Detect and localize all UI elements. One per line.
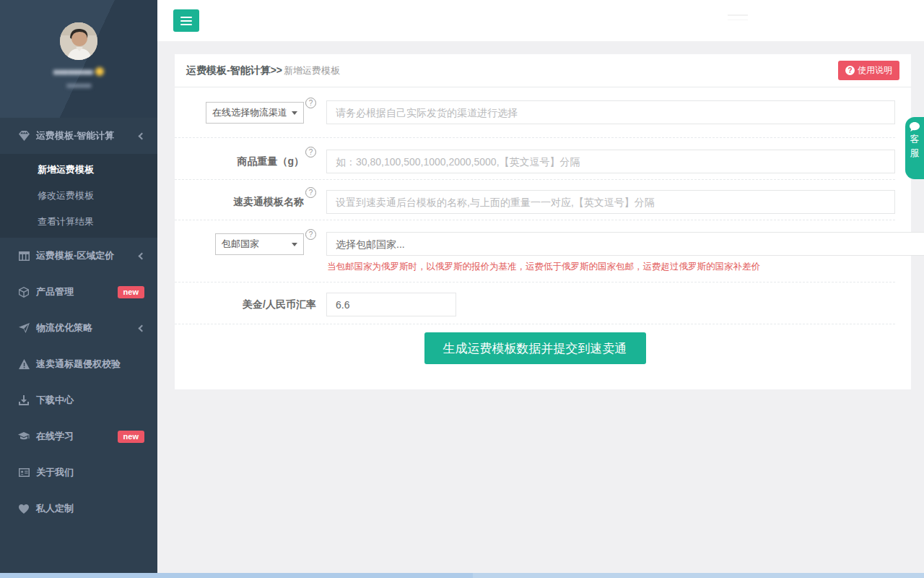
breadcrumb-current: 新增运费模板 <box>284 64 340 77</box>
graduation-cap-icon <box>18 431 30 442</box>
horizontal-scrollbar[interactable] <box>0 573 924 578</box>
cube-icon <box>18 286 30 298</box>
profile-name-text: ■■■■■■■■ <box>53 66 93 77</box>
sidebar-item-download-center[interactable]: 下载中心 <box>0 382 157 418</box>
exchange-rate-input[interactable] <box>326 293 456 316</box>
sidebar-item-about-us[interactable]: 关于我们 <box>0 454 157 491</box>
free-country-select[interactable]: 包邮国家 <box>215 233 304 255</box>
sidebar-item-regional-pricing[interactable]: 运费模板-区域定价 <box>0 238 157 274</box>
customer-service-tab[interactable]: 客 服 <box>905 117 924 179</box>
scrollbar-thumb[interactable] <box>0 573 473 578</box>
sidebar-item-label: 关于我们 <box>36 466 74 479</box>
new-badge: new <box>118 286 144 298</box>
channel-select-value: 在线选择物流渠道 <box>212 106 287 119</box>
weight-input[interactable] <box>326 150 895 173</box>
heart-icon <box>18 503 30 514</box>
card-header: 运费模板-智能计算>> 新增运费模板 使用说明 <box>175 54 911 87</box>
submit-row: 生成运费模板数据并提交到速卖通 <box>175 332 895 364</box>
profile-emoji-icon <box>95 67 104 76</box>
sidebar-item-label: 产品管理 <box>36 285 74 298</box>
plane-icon <box>18 322 30 334</box>
id-card-icon <box>18 467 30 478</box>
table-icon <box>18 250 30 262</box>
hamburger-icon <box>180 17 192 18</box>
help-icon[interactable] <box>305 187 316 198</box>
sidebar-item-label: 私人定制 <box>36 502 74 515</box>
sidebar-item-product-management[interactable]: 产品管理 new <box>0 274 157 310</box>
chevron-left-icon <box>139 132 146 139</box>
chevron-left-icon <box>139 324 146 332</box>
template-name-label: 速卖通模板名称 <box>233 190 304 214</box>
usage-instructions-label: 使用说明 <box>858 64 892 77</box>
caret-down-icon <box>292 111 297 115</box>
new-badge: new <box>118 431 144 443</box>
sidebar: ■■■■■■■■ ■■■■■■ 运费模板-智能计算 新增运费模板 修改运费模板 … <box>0 0 157 573</box>
sidebar-menu: 运费模板-智能计算 新增运费模板 修改运费模板 查看计算结果 运费模板-区域定价… <box>0 118 157 527</box>
sidebar-item-label: 运费模板-区域定价 <box>36 249 114 262</box>
form-row-weight: 商品重量（g） <box>175 138 895 180</box>
profile-subtitle-masked: ■■■■■■ <box>0 81 157 90</box>
exchange-rate-label: 美金/人民币汇率 <box>243 293 316 316</box>
card-body: 在线选择物流渠道 商品重量（g） <box>175 87 911 389</box>
gem-icon <box>18 130 30 142</box>
sidebar-item-private-customization[interactable]: 私人定制 <box>0 491 157 527</box>
warning-icon <box>18 358 30 370</box>
sidebar-item-label: 速卖通标题侵权校验 <box>36 358 121 371</box>
sidebar-item-logistics-strategy[interactable]: 物流优化策略 <box>0 310 157 346</box>
sidebar-item-label: 运费模板-智能计算 <box>36 129 114 142</box>
breadcrumb: 运费模板-智能计算>> <box>186 64 282 77</box>
form-row-channel: 在线选择物流渠道 <box>175 100 895 138</box>
sidebar-item-label: 在线学习 <box>36 430 74 443</box>
caret-down-icon <box>292 243 297 246</box>
sidebar-item-label: 下载中心 <box>36 394 74 407</box>
main-area: 运费模板-智能计算>> 新增运费模板 使用说明 在线选择物流渠道 <box>157 0 924 573</box>
freight-template-card: 运费模板-智能计算>> 新增运费模板 使用说明 在线选择物流渠道 <box>175 54 911 389</box>
form-row-template-name: 速卖通模板名称 <box>175 180 895 220</box>
russia-pricing-note: 当包邮国家为俄罗斯时，以俄罗斯的报价为基准，运费低于俄罗斯的国家包邮，运费超过俄… <box>326 261 924 273</box>
top-navbar <box>157 0 924 41</box>
help-icon[interactable] <box>305 147 316 158</box>
free-country-input[interactable] <box>326 232 924 256</box>
profile-section: ■■■■■■■■ ■■■■■■ <box>0 0 157 118</box>
channel-input[interactable] <box>326 100 895 124</box>
download-icon <box>18 394 30 406</box>
hamburger-icon <box>180 24 192 25</box>
chat-bubble-icon <box>910 122 920 131</box>
channel-select[interactable]: 在线选择物流渠道 <box>206 102 304 124</box>
help-icon[interactable] <box>305 229 316 240</box>
avatar <box>60 22 97 60</box>
chevron-left-icon <box>139 252 146 259</box>
sidebar-submenu-freight: 新增运费模板 修改运费模板 查看计算结果 <box>0 154 157 238</box>
sidebar-item-edit-freight-template[interactable]: 修改运费模板 <box>0 183 157 209</box>
help-icon[interactable] <box>305 98 316 108</box>
template-name-input[interactable] <box>326 190 895 214</box>
form-row-free-countries: 包邮国家 当包邮国家为俄罗斯时，以俄罗斯的报价为基准，运费低于俄罗斯的国家包邮，… <box>175 220 895 282</box>
weight-label: 商品重量（g） <box>237 150 304 173</box>
service-tab-char: 客 <box>910 133 920 145</box>
sidebar-item-title-infringement-check[interactable]: 速卖通标题侵权校验 <box>0 346 157 382</box>
sidebar-item-online-learning[interactable]: 在线学习 new <box>0 418 157 454</box>
sidebar-item-new-freight-template[interactable]: 新增运费模板 <box>0 157 157 183</box>
profile-name-masked: ■■■■■■■■ <box>0 66 157 77</box>
sidebar-item-label: 物流优化策略 <box>36 322 92 335</box>
question-circle-icon <box>845 66 855 75</box>
usage-instructions-button[interactable]: 使用说明 <box>838 61 899 80</box>
free-country-select-value: 包邮国家 <box>222 238 259 251</box>
form-row-exchange-rate: 美金/人民币汇率 <box>175 282 895 324</box>
faded-watermark <box>728 14 748 20</box>
sidebar-item-view-calc-results[interactable]: 查看计算结果 <box>0 209 157 235</box>
service-tab-char: 服 <box>910 147 920 159</box>
hamburger-icon <box>180 20 192 22</box>
sidebar-toggle-button[interactable] <box>173 9 199 32</box>
generate-submit-button[interactable]: 生成运费模板数据并提交到速卖通 <box>424 332 646 364</box>
sidebar-item-freight-smart-calc[interactable]: 运费模板-智能计算 <box>0 118 157 154</box>
